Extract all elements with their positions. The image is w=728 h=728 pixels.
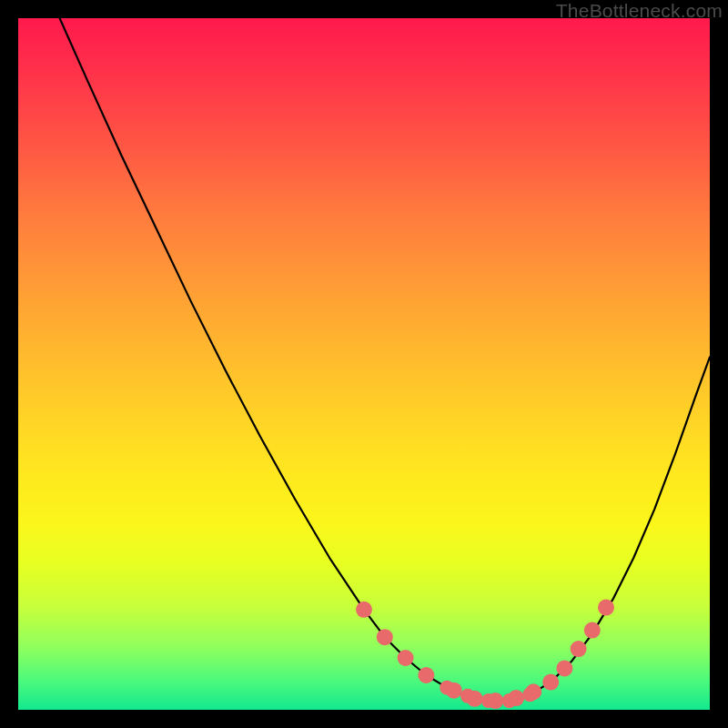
marker-point — [418, 667, 434, 683]
marker-point — [356, 602, 372, 618]
marker-point — [398, 650, 414, 666]
marker-point — [584, 622, 601, 639]
marker-point-inner — [522, 687, 537, 702]
marker-point — [571, 641, 587, 657]
marker-point-inner — [460, 689, 475, 703]
marker-point-inner — [481, 693, 496, 708]
marker-point-inner — [543, 675, 558, 690]
marker-point — [556, 660, 572, 676]
marker-point — [598, 600, 614, 616]
marker-point — [377, 629, 393, 645]
curve-path — [60, 18, 710, 701]
marker-point-inner — [502, 693, 517, 708]
marker-point-inner — [440, 681, 454, 695]
chart-frame — [18, 18, 710, 710]
chart-svg — [18, 18, 710, 710]
